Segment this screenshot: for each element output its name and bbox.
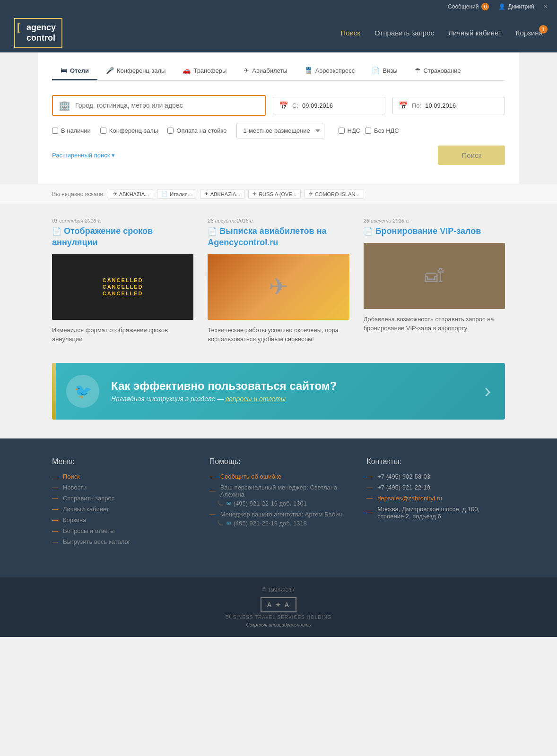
footer-grid: Меню: — Поиск — Новости — Отправить запр… <box>52 457 505 549</box>
news-title-0[interactable]: 📄 Отображение сроков аннуляции <box>52 226 193 248</box>
tab-aeroexpress[interactable]: 🚆 Аэроэкспресс <box>296 62 364 80</box>
footer-phone-1: — +7 (495) 902-58-03 <box>366 473 505 480</box>
nav-send-request[interactable]: Отправить запрос <box>374 29 434 37</box>
building-icon: 🏢 <box>59 100 70 111</box>
tab-conference[interactable]: 🎤 Конференц-залы <box>97 62 174 80</box>
logo-line1: agency <box>26 23 56 33</box>
nav-search[interactable]: Поиск <box>340 29 360 37</box>
nav-cabinet[interactable]: Личный кабинет <box>448 29 502 37</box>
checkbox-conference[interactable] <box>100 128 106 134</box>
banner-subtitle-text: Наглядная инструкция в разделе — <box>111 395 224 403</box>
nav-cart[interactable]: Корзина 1 <box>516 29 543 37</box>
date-from-field[interactable]: 📅 С: 09.09.2016 <box>273 97 385 114</box>
checkbox-available-label: В наличии <box>61 127 91 134</box>
messages-area: Сообщений 0 <box>448 3 489 10</box>
main-content: 🛏 Отели 🎤 Конференц-залы 🚗 Трансферы ✈ А… <box>38 52 519 184</box>
recent-tag-4[interactable]: ✈ COMORO ISLAN... <box>305 189 364 199</box>
footer-menu-search[interactable]: — Поиск <box>52 473 191 480</box>
tab-transfers[interactable]: 🚗 Трансферы <box>174 62 235 80</box>
tab-hotels-label: Отели <box>70 67 89 74</box>
footer-address: — Москва, Дмитровское шоссе, д 100, стро… <box>366 506 505 520</box>
recent-tag-0[interactable]: ✈ ABKHAZIA... <box>109 189 154 199</box>
logo-text: agency control <box>26 23 56 43</box>
category-tabs: 🛏 Отели 🎤 Конференц-залы 🚗 Трансферы ✈ А… <box>52 62 505 81</box>
tab-insurance-label: Страхование <box>424 67 461 74</box>
checkbox-no-nds-label: Без НДС <box>374 127 399 134</box>
news-date-0: 01 сентября 2016 г. <box>52 218 193 223</box>
footer-phone-2-value: +7 (495) 921-22-19 <box>377 484 430 491</box>
date-to-value: 10.09.2016 <box>425 102 456 109</box>
recent-tag-3[interactable]: ✈ RUSSIA (OVE... <box>248 189 300 199</box>
logo-line2: control <box>26 33 56 43</box>
aeroexpress-icon: 🚆 <box>305 67 313 74</box>
tab-visa[interactable]: 📄 Визы <box>363 62 406 80</box>
footer-logo-area: A ✦ A BUSINESS TRAVEL SERVICES HOLDING С… <box>9 597 548 627</box>
search-location-input[interactable] <box>75 102 259 109</box>
chevron-right-icon: › <box>485 380 491 402</box>
date-from-value: 09.09.2016 <box>302 102 333 109</box>
accommodation-select[interactable]: 1-местное размещение <box>236 123 324 138</box>
footer-cart-label: Корзина <box>63 516 87 524</box>
tab-insurance[interactable]: ☂ Страхование <box>406 62 470 80</box>
footer-sendreq-label: Отправить запрос <box>63 495 114 502</box>
recent-searches-bar: Вы недавно искали: ✈ ABKHAZIA... 📄 Итали… <box>0 184 557 204</box>
checkbox-available[interactable] <box>52 128 58 134</box>
footer-help-col: Помощь: — Сообщить об ошибке — Ваш персо… <box>209 457 348 549</box>
advanced-search-link[interactable]: Расширенный поиск ▾ <box>52 152 115 159</box>
checkbox-no-nds[interactable] <box>365 128 371 134</box>
search-location-wrap[interactable]: 🏢 <box>52 95 266 116</box>
checkbox-payment[interactable] <box>167 128 174 134</box>
recent-tag-2-text: ABKHAZIA... <box>210 191 241 197</box>
footer-search-link[interactable]: Поиск <box>63 473 80 480</box>
tab-aeroexpress-label: Аэроэкспресс <box>315 67 355 74</box>
checkbox-payment-group: Оплата на стойке <box>167 127 226 134</box>
main-nav: Поиск Отправить запрос Личный кабинет Ко… <box>340 29 543 37</box>
recent-tag-1-icon: 📄 <box>161 191 168 197</box>
footer-menu-news: — Новости <box>52 484 191 491</box>
checkbox-payment-label: Оплата на стойке <box>176 127 226 134</box>
banner-subtitle-link[interactable]: вопросы и ответы <box>226 395 286 403</box>
footer-news-label: Новости <box>63 484 87 491</box>
date-to-label: По: <box>412 102 421 109</box>
checkbox-nds[interactable] <box>339 128 345 134</box>
footer-email[interactable]: — depsales@zabroniryi.ru <box>366 495 505 502</box>
news-desc-2: Добавлена возможность отправить запрос н… <box>364 315 505 333</box>
recent-tag-1[interactable]: 📄 Италия... <box>157 189 196 199</box>
recent-tag-1-text: Италия... <box>170 191 192 197</box>
footer-faq-label: Вопросы и ответы <box>63 527 114 534</box>
tab-hotels[interactable]: 🛏 Отели <box>52 62 97 80</box>
date-to-field[interactable]: 📅 По: 10.09.2016 <box>392 97 505 114</box>
search-row-1: 🏢 📅 С: 09.09.2016 📅 По: 10.09.2016 <box>52 95 505 116</box>
news-section: 01 сентября 2016 г. 📄 Отображение сроков… <box>0 204 557 358</box>
footer-manager2-label: Менеджер вашего агентства: Артем Бабич <box>220 511 342 518</box>
calendar-to-icon: 📅 <box>399 101 408 110</box>
news-item-1: 26 августа 2016 г. 📄 Выписка авиабилетов… <box>208 218 349 344</box>
footer-error-link[interactable]: Сообщить об ошибке <box>220 473 281 480</box>
news-title-2[interactable]: 📄 Бронирование VIP-залов <box>364 226 505 237</box>
search-row-3: Расширенный поиск ▾ Поиск <box>52 146 505 165</box>
recent-tag-2[interactable]: ✈ ABKHAZIA... <box>200 189 245 199</box>
logo[interactable]: [ agency control <box>14 18 62 48</box>
email-icon-1: ✉ <box>226 500 231 507</box>
user-menu[interactable]: 👤 Димитрий <box>498 3 534 10</box>
footer-help-error: — Сообщить об ошибке <box>209 473 348 480</box>
recent-tag-2-icon: ✈ <box>204 191 209 197</box>
footer-menu-cart: — Корзина <box>52 516 191 524</box>
footer-email-link[interactable]: depsales@zabroniryi.ru <box>377 495 442 502</box>
close-icon[interactable]: × <box>544 3 548 10</box>
tab-tickets[interactable]: ✈ Авиабилеты <box>235 62 296 80</box>
banner-icon-circle: 🐦 <box>66 375 99 408</box>
messages-badge: 0 <box>481 3 489 10</box>
news-grid: 01 сентября 2016 г. 📄 Отображение сроков… <box>52 218 505 344</box>
news-img-2: 🛋 <box>364 243 505 309</box>
banner-text: Как эффективно пользоваться сайтом? Нагл… <box>111 379 475 403</box>
banner[interactable]: 🐦 Как эффективно пользоваться сайтом? На… <box>52 363 505 420</box>
search-button[interactable]: Поиск <box>438 146 505 165</box>
news-desc-1: Технические работы успешно окончены, пор… <box>208 326 349 344</box>
footer-bottom: © 1998-2017 A ✦ A BUSINESS TRAVEL SERVIC… <box>0 577 557 637</box>
hotel-icon: 🛏 <box>61 67 67 74</box>
footer-help-title: Помощь: <box>209 457 348 466</box>
news-title-1[interactable]: 📄 Выписка авиабилетов на Agencycontrol.r… <box>208 226 349 248</box>
news-date-1: 26 августа 2016 г. <box>208 218 349 223</box>
copyright: © 1998-2017 <box>9 587 548 593</box>
